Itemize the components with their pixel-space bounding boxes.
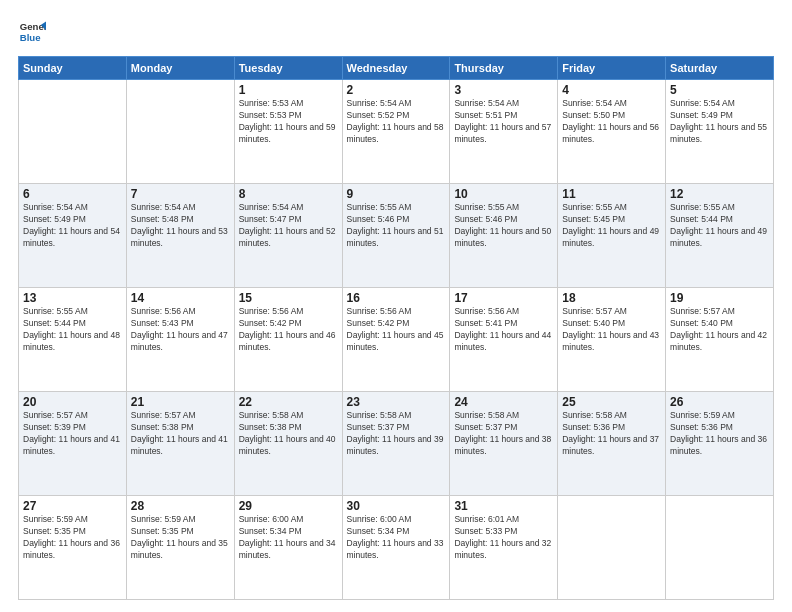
cell-content: Sunrise: 5:56 AM Sunset: 5:41 PM Dayligh… xyxy=(454,306,553,354)
weekday-header-saturday: Saturday xyxy=(666,57,774,80)
day-number: 22 xyxy=(239,395,338,409)
cell-content: Sunrise: 5:53 AM Sunset: 5:53 PM Dayligh… xyxy=(239,98,338,146)
header: General Blue xyxy=(18,18,774,46)
day-number: 16 xyxy=(347,291,446,305)
cell-content: Sunrise: 5:55 AM Sunset: 5:44 PM Dayligh… xyxy=(23,306,122,354)
calendar-cell: 2Sunrise: 5:54 AM Sunset: 5:52 PM Daylig… xyxy=(342,80,450,184)
calendar-cell: 27Sunrise: 5:59 AM Sunset: 5:35 PM Dayli… xyxy=(19,496,127,600)
cell-content: Sunrise: 5:54 AM Sunset: 5:49 PM Dayligh… xyxy=(23,202,122,250)
cell-content: Sunrise: 5:58 AM Sunset: 5:38 PM Dayligh… xyxy=(239,410,338,458)
svg-text:Blue: Blue xyxy=(20,32,41,43)
cell-content: Sunrise: 5:57 AM Sunset: 5:39 PM Dayligh… xyxy=(23,410,122,458)
calendar-week-row: 6Sunrise: 5:54 AM Sunset: 5:49 PM Daylig… xyxy=(19,184,774,288)
cell-content: Sunrise: 6:00 AM Sunset: 5:34 PM Dayligh… xyxy=(239,514,338,562)
day-number: 26 xyxy=(670,395,769,409)
calendar-cell: 21Sunrise: 5:57 AM Sunset: 5:38 PM Dayli… xyxy=(126,392,234,496)
day-number: 8 xyxy=(239,187,338,201)
cell-content: Sunrise: 5:58 AM Sunset: 5:37 PM Dayligh… xyxy=(454,410,553,458)
calendar-cell: 11Sunrise: 5:55 AM Sunset: 5:45 PM Dayli… xyxy=(558,184,666,288)
calendar-week-row: 20Sunrise: 5:57 AM Sunset: 5:39 PM Dayli… xyxy=(19,392,774,496)
day-number: 19 xyxy=(670,291,769,305)
day-number: 10 xyxy=(454,187,553,201)
day-number: 20 xyxy=(23,395,122,409)
calendar-cell: 16Sunrise: 5:56 AM Sunset: 5:42 PM Dayli… xyxy=(342,288,450,392)
calendar-cell: 9Sunrise: 5:55 AM Sunset: 5:46 PM Daylig… xyxy=(342,184,450,288)
cell-content: Sunrise: 5:59 AM Sunset: 5:36 PM Dayligh… xyxy=(670,410,769,458)
day-number: 3 xyxy=(454,83,553,97)
calendar-cell xyxy=(558,496,666,600)
day-number: 5 xyxy=(670,83,769,97)
calendar-cell: 4Sunrise: 5:54 AM Sunset: 5:50 PM Daylig… xyxy=(558,80,666,184)
cell-content: Sunrise: 5:57 AM Sunset: 5:40 PM Dayligh… xyxy=(562,306,661,354)
day-number: 27 xyxy=(23,499,122,513)
calendar-cell: 13Sunrise: 5:55 AM Sunset: 5:44 PM Dayli… xyxy=(19,288,127,392)
calendar-cell xyxy=(126,80,234,184)
calendar-cell: 17Sunrise: 5:56 AM Sunset: 5:41 PM Dayli… xyxy=(450,288,558,392)
calendar-week-row: 27Sunrise: 5:59 AM Sunset: 5:35 PM Dayli… xyxy=(19,496,774,600)
weekday-header-friday: Friday xyxy=(558,57,666,80)
cell-content: Sunrise: 5:54 AM Sunset: 5:50 PM Dayligh… xyxy=(562,98,661,146)
day-number: 29 xyxy=(239,499,338,513)
calendar-cell: 22Sunrise: 5:58 AM Sunset: 5:38 PM Dayli… xyxy=(234,392,342,496)
calendar-week-row: 1Sunrise: 5:53 AM Sunset: 5:53 PM Daylig… xyxy=(19,80,774,184)
calendar-cell: 7Sunrise: 5:54 AM Sunset: 5:48 PM Daylig… xyxy=(126,184,234,288)
cell-content: Sunrise: 5:59 AM Sunset: 5:35 PM Dayligh… xyxy=(131,514,230,562)
day-number: 1 xyxy=(239,83,338,97)
cell-content: Sunrise: 5:54 AM Sunset: 5:51 PM Dayligh… xyxy=(454,98,553,146)
calendar-cell: 31Sunrise: 6:01 AM Sunset: 5:33 PM Dayli… xyxy=(450,496,558,600)
weekday-header-row: SundayMondayTuesdayWednesdayThursdayFrid… xyxy=(19,57,774,80)
cell-content: Sunrise: 5:56 AM Sunset: 5:42 PM Dayligh… xyxy=(239,306,338,354)
day-number: 2 xyxy=(347,83,446,97)
calendar-week-row: 13Sunrise: 5:55 AM Sunset: 5:44 PM Dayli… xyxy=(19,288,774,392)
calendar-cell: 10Sunrise: 5:55 AM Sunset: 5:46 PM Dayli… xyxy=(450,184,558,288)
day-number: 9 xyxy=(347,187,446,201)
cell-content: Sunrise: 5:55 AM Sunset: 5:45 PM Dayligh… xyxy=(562,202,661,250)
calendar-cell: 14Sunrise: 5:56 AM Sunset: 5:43 PM Dayli… xyxy=(126,288,234,392)
cell-content: Sunrise: 5:55 AM Sunset: 5:44 PM Dayligh… xyxy=(670,202,769,250)
cell-content: Sunrise: 5:57 AM Sunset: 5:40 PM Dayligh… xyxy=(670,306,769,354)
calendar-cell: 5Sunrise: 5:54 AM Sunset: 5:49 PM Daylig… xyxy=(666,80,774,184)
cell-content: Sunrise: 5:55 AM Sunset: 5:46 PM Dayligh… xyxy=(347,202,446,250)
weekday-header-sunday: Sunday xyxy=(19,57,127,80)
calendar-cell: 19Sunrise: 5:57 AM Sunset: 5:40 PM Dayli… xyxy=(666,288,774,392)
cell-content: Sunrise: 5:58 AM Sunset: 5:36 PM Dayligh… xyxy=(562,410,661,458)
calendar-cell: 3Sunrise: 5:54 AM Sunset: 5:51 PM Daylig… xyxy=(450,80,558,184)
day-number: 28 xyxy=(131,499,230,513)
calendar-cell: 26Sunrise: 5:59 AM Sunset: 5:36 PM Dayli… xyxy=(666,392,774,496)
weekday-header-tuesday: Tuesday xyxy=(234,57,342,80)
cell-content: Sunrise: 5:54 AM Sunset: 5:52 PM Dayligh… xyxy=(347,98,446,146)
calendar-cell: 8Sunrise: 5:54 AM Sunset: 5:47 PM Daylig… xyxy=(234,184,342,288)
calendar-table: SundayMondayTuesdayWednesdayThursdayFrid… xyxy=(18,56,774,600)
day-number: 17 xyxy=(454,291,553,305)
calendar-cell: 25Sunrise: 5:58 AM Sunset: 5:36 PM Dayli… xyxy=(558,392,666,496)
logo-icon: General Blue xyxy=(18,18,46,46)
cell-content: Sunrise: 5:59 AM Sunset: 5:35 PM Dayligh… xyxy=(23,514,122,562)
day-number: 24 xyxy=(454,395,553,409)
weekday-header-wednesday: Wednesday xyxy=(342,57,450,80)
day-number: 14 xyxy=(131,291,230,305)
day-number: 15 xyxy=(239,291,338,305)
day-number: 25 xyxy=(562,395,661,409)
calendar-cell: 23Sunrise: 5:58 AM Sunset: 5:37 PM Dayli… xyxy=(342,392,450,496)
day-number: 21 xyxy=(131,395,230,409)
cell-content: Sunrise: 5:54 AM Sunset: 5:49 PM Dayligh… xyxy=(670,98,769,146)
calendar-cell: 24Sunrise: 5:58 AM Sunset: 5:37 PM Dayli… xyxy=(450,392,558,496)
calendar-cell xyxy=(666,496,774,600)
calendar-cell: 1Sunrise: 5:53 AM Sunset: 5:53 PM Daylig… xyxy=(234,80,342,184)
cell-content: Sunrise: 5:56 AM Sunset: 5:42 PM Dayligh… xyxy=(347,306,446,354)
calendar-cell: 20Sunrise: 5:57 AM Sunset: 5:39 PM Dayli… xyxy=(19,392,127,496)
weekday-header-thursday: Thursday xyxy=(450,57,558,80)
cell-content: Sunrise: 5:54 AM Sunset: 5:47 PM Dayligh… xyxy=(239,202,338,250)
cell-content: Sunrise: 6:01 AM Sunset: 5:33 PM Dayligh… xyxy=(454,514,553,562)
logo: General Blue xyxy=(18,18,46,46)
weekday-header-monday: Monday xyxy=(126,57,234,80)
svg-text:General: General xyxy=(20,21,46,32)
cell-content: Sunrise: 5:57 AM Sunset: 5:38 PM Dayligh… xyxy=(131,410,230,458)
cell-content: Sunrise: 6:00 AM Sunset: 5:34 PM Dayligh… xyxy=(347,514,446,562)
page: General Blue SundayMondayTuesdayWednesda… xyxy=(0,0,792,612)
day-number: 12 xyxy=(670,187,769,201)
calendar-cell: 12Sunrise: 5:55 AM Sunset: 5:44 PM Dayli… xyxy=(666,184,774,288)
day-number: 4 xyxy=(562,83,661,97)
calendar-cell: 18Sunrise: 5:57 AM Sunset: 5:40 PM Dayli… xyxy=(558,288,666,392)
day-number: 11 xyxy=(562,187,661,201)
